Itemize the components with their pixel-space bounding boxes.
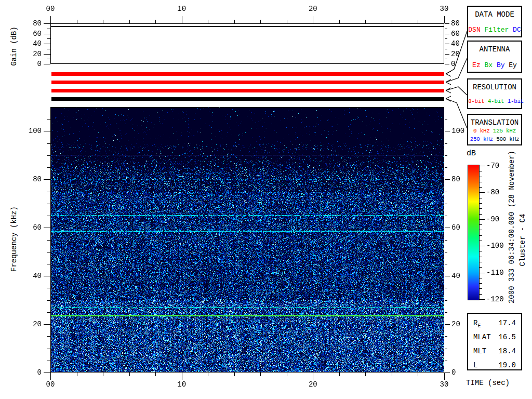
- freq-major-tick-right: [445, 324, 450, 325]
- status-bar-translation: [51, 97, 444, 101]
- time-minor-tick-bottom: [392, 373, 392, 376]
- time-minor-tick-top: [77, 20, 77, 23]
- colorbar-tick-label: -90: [486, 215, 512, 223]
- freq-minor-tick-right: [445, 216, 447, 216]
- translation-title: TRANSLATION: [468, 118, 521, 127]
- spacecraft-label: Cluster - C4: [518, 209, 527, 271]
- gain-minor-tick-right: [445, 38, 447, 39]
- freq-tick-label-right: 0: [451, 368, 472, 377]
- colorbar-tick-label: -120: [486, 295, 512, 303]
- colorbar-minor-tick: [480, 288, 482, 289]
- gain-major-tick-left: [44, 34, 50, 34]
- data-mode-title: DATA MODE: [468, 10, 521, 19]
- time-major-tick-bottom: [182, 373, 182, 380]
- ephemeris-label: RE: [473, 316, 481, 330]
- colorbar-tick-label: -70: [486, 162, 512, 170]
- time-major-tick-top: [50, 16, 51, 23]
- freq-minor-tick-right: [445, 143, 447, 144]
- gain-major-tick-right: [445, 64, 449, 64]
- colorbar-tick-label: -100: [486, 242, 512, 250]
- freq-major-tick-right: [445, 228, 450, 228]
- colorbar-tick-label: -80: [486, 188, 512, 196]
- freq-major-tick-right: [445, 276, 450, 276]
- freq-major-tick-left: [44, 179, 50, 180]
- gain-tick-label-right: 0: [451, 60, 472, 68]
- freq-tick-label-left: 20: [16, 320, 42, 328]
- data-mode-option: DC: [509, 26, 521, 34]
- time-tick-label-bottom: 20: [302, 380, 323, 389]
- translation-box: TRANSLATION 0 kHz 125 kHz 250 kHz 500 kH…: [467, 114, 522, 145]
- freq-minor-tick-left: [47, 143, 50, 144]
- gain-minor-tick-right: [445, 29, 447, 29]
- colorbar-major-tick: [480, 246, 485, 246]
- freq-major-tick-left: [44, 324, 50, 325]
- freq-tick-label-left: 40: [16, 272, 42, 280]
- freq-minor-tick-right: [445, 167, 447, 168]
- antenna-title: ANTENNA: [468, 45, 521, 54]
- freq-minor-tick-left: [47, 119, 50, 119]
- freq-minor-tick-left: [47, 349, 50, 349]
- status-bar-resolution: [51, 89, 444, 92]
- freq-minor-tick-right: [445, 361, 447, 361]
- time-major-tick-bottom: [50, 373, 51, 380]
- antenna-option: By: [493, 61, 504, 69]
- freq-tick-label-right: 100: [451, 127, 472, 135]
- colorbar-minor-tick: [480, 198, 482, 198]
- freq-minor-tick-left: [47, 192, 50, 192]
- time-minor-tick-bottom: [103, 373, 103, 376]
- gain-major-tick-right: [445, 23, 449, 24]
- gain-major-tick-left: [44, 54, 50, 55]
- time-minor-tick-bottom: [339, 373, 340, 376]
- colorbar-minor-tick: [480, 241, 482, 241]
- gain-tick-label-right: 80: [451, 19, 472, 28]
- freq-tick-label-left: 0: [16, 368, 42, 377]
- freq-minor-tick-left: [47, 336, 50, 337]
- gain-major-tick-left: [44, 44, 50, 44]
- data-mode-options: DSN Filter DC: [468, 26, 521, 34]
- time-major-tick-top: [313, 16, 313, 23]
- status-bar-antenna: [51, 81, 444, 84]
- time-major-tick-top: [182, 16, 182, 23]
- freq-minor-tick-left: [47, 216, 50, 216]
- freq-minor-tick-right: [445, 240, 447, 241]
- gain-tick-label-right: 60: [451, 30, 472, 38]
- time-minor-tick-top: [260, 20, 261, 23]
- colorbar-minor-tick: [480, 235, 482, 236]
- plot-datetime: 2000 333 06:34:00.000 (28 November): [508, 149, 516, 305]
- time-minor-tick-top: [287, 20, 287, 23]
- ephemeris-label: MLAT: [473, 330, 491, 344]
- antenna-option: Ez: [472, 61, 481, 69]
- freq-major-tick-right: [445, 179, 450, 180]
- freq-tick-label-right: 20: [451, 320, 472, 328]
- gain-minor-tick-left: [47, 49, 50, 49]
- gain-plot: [50, 23, 444, 64]
- colorbar-minor-tick: [480, 278, 482, 278]
- time-tick-label-top: 10: [171, 5, 192, 13]
- freq-major-tick-right: [445, 373, 450, 373]
- gain-trace: [51, 26, 444, 27]
- translation-option: 0 kHz: [473, 128, 490, 134]
- gain-tick-label-left: 20: [16, 50, 42, 58]
- freq-minor-tick-left: [47, 264, 50, 264]
- colorbar-minor-tick: [480, 294, 482, 295]
- time-minor-tick-bottom: [234, 373, 235, 376]
- time-minor-tick-top: [418, 20, 418, 23]
- resolution-option: 4-bit: [485, 98, 504, 104]
- translation-options-line1: 0 kHz 125 kHz: [468, 128, 521, 134]
- translation-option: 125 kHz: [490, 128, 516, 134]
- resolution-options: 8-bit 4-bit 1-bit: [468, 98, 521, 104]
- ephemeris-value: 16.5: [498, 330, 516, 344]
- freq-major-tick-left: [44, 373, 50, 373]
- freq-minor-tick-right: [445, 192, 447, 192]
- time-minor-tick-bottom: [260, 373, 261, 376]
- data-mode-box: DATA MODE DSN Filter DC: [467, 6, 522, 37]
- colorbar-minor-tick: [480, 251, 482, 251]
- colorbar-minor-tick: [480, 171, 482, 171]
- time-minor-tick-bottom: [418, 373, 418, 376]
- time-minor-tick-bottom: [129, 373, 130, 376]
- time-minor-tick-bottom: [155, 373, 156, 376]
- freq-minor-tick-left: [47, 204, 50, 204]
- gain-major-tick-left: [44, 23, 50, 24]
- ephemeris-row: RE17.4: [468, 316, 521, 330]
- ephemeris-row: L19.0: [468, 358, 521, 373]
